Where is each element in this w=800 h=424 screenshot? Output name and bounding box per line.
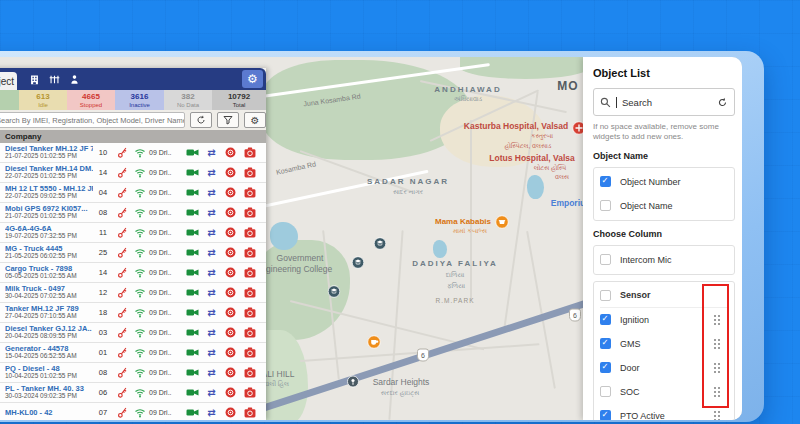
- drag-handle-icon[interactable]: [713, 314, 720, 325]
- driver-label[interactable]: 09 Dri..: [149, 189, 183, 196]
- checkbox-checked[interactable]: [600, 338, 611, 349]
- shutter-record-icon[interactable]: [221, 167, 240, 178]
- cctv-icon[interactable]: [183, 208, 202, 217]
- cctv-icon[interactable]: [183, 288, 202, 297]
- driver-label[interactable]: 09 Dri..: [149, 229, 183, 236]
- swap-route-icon[interactable]: ⇄: [202, 227, 221, 238]
- key-icon[interactable]: [113, 407, 131, 418]
- status-segment-stopped[interactable]: 4665Stopped: [67, 90, 115, 110]
- camera-icon[interactable]: [240, 367, 259, 378]
- driver-label[interactable]: 09 Dri..: [149, 169, 183, 176]
- cctv-icon[interactable]: [183, 228, 202, 237]
- shutter-record-icon[interactable]: [221, 147, 240, 158]
- cctv-icon[interactable]: [183, 148, 202, 157]
- person-icon[interactable]: [69, 74, 80, 85]
- driver-label[interactable]: 09 Dri..: [149, 349, 183, 356]
- drawer-search-input[interactable]: [622, 97, 717, 108]
- shutter-record-icon[interactable]: [221, 187, 240, 198]
- table-row[interactable]: PL - Tanker MH. 40. 3330-03-2024 09:02:3…: [0, 383, 266, 403]
- driver-label[interactable]: 09 Dri..: [149, 369, 183, 376]
- cctv-icon[interactable]: [183, 388, 202, 397]
- list-item-soc[interactable]: SOC: [600, 380, 728, 404]
- key-icon[interactable]: [113, 247, 131, 258]
- list-item-ignition[interactable]: Ignition: [600, 308, 728, 332]
- checkbox-checked[interactable]: [600, 176, 611, 187]
- driver-label[interactable]: 09 Dri..: [149, 309, 183, 316]
- table-row[interactable]: Cargo Truck - 789805-05-2025 01:02:55 AM…: [0, 263, 266, 283]
- cctv-icon[interactable]: [183, 188, 202, 197]
- checkbox-unchecked[interactable]: [600, 386, 611, 397]
- driver-label[interactable]: 09 Dri..: [149, 149, 183, 156]
- swap-route-icon[interactable]: ⇄: [202, 167, 221, 178]
- checkbox-checked[interactable]: [600, 362, 611, 373]
- table-row[interactable]: Tanker MH.12 JF 78927-04-2025 07:10:55 A…: [0, 303, 266, 323]
- table-row[interactable]: Diesel Tanker MH.14 DM...22-07-2025 01:0…: [0, 163, 266, 183]
- cafe-marker-icon[interactable]: [367, 335, 381, 353]
- table-row[interactable]: Diesel Tanker MH.12 JF 7...21-07-2025 01…: [0, 143, 266, 163]
- camera-icon[interactable]: [240, 187, 259, 198]
- shutter-record-icon[interactable]: [221, 307, 240, 318]
- status-segment-idle[interactable]: 613Idle: [19, 90, 67, 110]
- cctv-icon[interactable]: [183, 268, 202, 277]
- shutter-record-icon[interactable]: [221, 287, 240, 298]
- drag-handle-icon[interactable]: [713, 338, 720, 349]
- swap-route-icon[interactable]: ⇄: [202, 387, 221, 398]
- camera-icon[interactable]: [240, 227, 259, 238]
- table-row[interactable]: MH-KL00 - 420709 Dri..⇄: [0, 403, 266, 420]
- cctv-icon[interactable]: [183, 248, 202, 257]
- key-icon[interactable]: [113, 387, 131, 398]
- food-marker-icon[interactable]: [495, 215, 509, 233]
- swap-route-icon[interactable]: ⇄: [202, 347, 221, 358]
- school-marker-icon[interactable]: [374, 236, 387, 254]
- key-icon[interactable]: [113, 187, 131, 198]
- table-row[interactable]: 4G-6A-4G-6A19-07-2025 07:32:55 PM1109 Dr…: [0, 223, 266, 243]
- checkbox-checked[interactable]: [600, 314, 611, 325]
- status-segment-running[interactable]: [0, 90, 19, 110]
- camera-icon[interactable]: [240, 247, 259, 258]
- list-item-gms[interactable]: GMS: [600, 332, 728, 356]
- swap-route-icon[interactable]: ⇄: [202, 247, 221, 258]
- school-marker-icon[interactable]: [352, 255, 365, 273]
- vehicle-name[interactable]: MH-KL00 - 42: [5, 409, 93, 417]
- swap-route-icon[interactable]: ⇄: [202, 147, 221, 158]
- swap-route-icon[interactable]: ⇄: [202, 327, 221, 338]
- camera-icon[interactable]: [240, 287, 259, 298]
- driver-label[interactable]: 09 Dri..: [149, 329, 183, 336]
- table-row[interactable]: Mobi GPS 6972 KI057...21-07-2025 01:02:5…: [0, 203, 266, 223]
- shutter-record-icon[interactable]: [221, 207, 240, 218]
- camera-icon[interactable]: [240, 307, 259, 318]
- shutter-record-icon[interactable]: [221, 327, 240, 338]
- driver-label[interactable]: 09 Dri..: [149, 409, 183, 416]
- pin-marker-icon[interactable]: [347, 374, 360, 392]
- panel-settings-gear-icon[interactable]: ⚙: [242, 70, 263, 88]
- camera-icon[interactable]: [240, 387, 259, 398]
- key-icon[interactable]: [113, 327, 131, 338]
- list-item-object-name[interactable]: Object Name: [600, 194, 728, 218]
- key-icon[interactable]: [113, 347, 131, 358]
- key-icon[interactable]: [113, 307, 131, 318]
- key-icon[interactable]: [113, 367, 131, 378]
- key-icon[interactable]: [113, 167, 131, 178]
- swap-route-icon[interactable]: ⇄: [202, 307, 221, 318]
- table-row[interactable]: Milk Truck - 049730-04-2025 07:02:55 AM1…: [0, 283, 266, 303]
- swap-route-icon[interactable]: ⇄: [202, 287, 221, 298]
- table-row[interactable]: Diesel Tanker GJ.12 JA..20-04-2025 08:09…: [0, 323, 266, 343]
- tab-object[interactable]: Object: [0, 72, 17, 90]
- school-marker-icon[interactable]: [328, 284, 341, 302]
- drag-handle-icon[interactable]: [713, 386, 720, 397]
- shutter-record-icon[interactable]: [221, 247, 240, 258]
- list-item-object-number[interactable]: Object Number: [600, 170, 728, 194]
- shutter-record-icon[interactable]: [221, 267, 240, 278]
- shutter-record-icon[interactable]: [221, 387, 240, 398]
- swap-route-icon[interactable]: ⇄: [202, 407, 221, 418]
- swap-route-icon[interactable]: ⇄: [202, 207, 221, 218]
- vehicle-search-input[interactable]: [0, 112, 185, 128]
- swap-route-icon[interactable]: ⇄: [202, 267, 221, 278]
- driver-label[interactable]: 09 Dri..: [149, 389, 183, 396]
- shutter-record-icon[interactable]: [221, 347, 240, 358]
- driver-label[interactable]: 09 Dri..: [149, 209, 183, 216]
- swap-route-icon[interactable]: ⇄: [202, 367, 221, 378]
- cctv-icon[interactable]: [183, 368, 202, 377]
- camera-icon[interactable]: [240, 147, 259, 158]
- checkbox-unchecked[interactable]: [600, 254, 611, 265]
